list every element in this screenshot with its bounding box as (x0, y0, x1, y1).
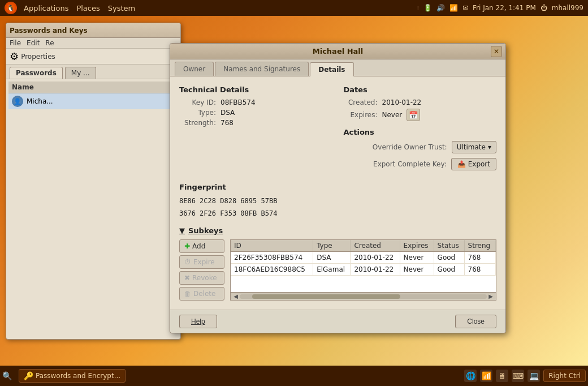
actions-title: Actions (344, 128, 497, 136)
help-button[interactable]: Help (179, 315, 217, 328)
key-properties-dialog: Michael Hall ✕ Owner Names and Signature… (170, 43, 506, 333)
strength-value: 768 (220, 119, 234, 127)
vm-icon: 💻 (528, 370, 540, 382)
strength-row: Strength: 768 (179, 119, 332, 127)
menu-system[interactable]: System (105, 3, 139, 14)
col-created: Created (351, 240, 400, 252)
fingerprint-line2: 3676 2F26 F353 08FB B574 (179, 208, 496, 218)
scrollbar-track[interactable] (240, 294, 487, 299)
network-icon: 📶 (449, 4, 458, 12)
subkeys-title: Subkeys (188, 226, 223, 235)
taskbar-search: 🔍 (2, 371, 12, 380)
menu-applications[interactable]: Applications (20, 3, 72, 14)
key-id-value: 08FBB574 (220, 98, 256, 106)
app-launcher: 🐧 Applications Places System (5, 2, 139, 14)
close-icon[interactable]: ✕ (491, 46, 502, 57)
cell-id-2: 18FC6AED16C988C5 (231, 264, 313, 276)
seahorse-content: Name 👤 Micha... (6, 79, 180, 111)
dates-title: Dates (344, 85, 497, 94)
cell-created-1: 2010-01-22 (351, 252, 400, 264)
trust-value: Ultimate (457, 143, 486, 151)
dialog-tab-bar: Owner Names and Signatures Details (170, 59, 505, 76)
file-menu[interactable]: File (10, 39, 21, 47)
dialog-body: Technical Details Key ID: 08FBB574 Type:… (170, 76, 505, 310)
add-subkey-button[interactable]: ✚ Add (179, 239, 224, 253)
taskbar-app-button[interactable]: 🔑 Passwords and Encrypt... (19, 369, 126, 383)
trust-dropdown[interactable]: Ultimate ▾ (452, 141, 496, 153)
cell-id-1: 2F26F35308FBB574 (231, 252, 313, 264)
cell-strength-1: 768 (464, 252, 495, 264)
subkeys-layout: ✚ Add ⏱ Expire ✖ Revoke 🗑 Delete (179, 239, 496, 301)
menu-places[interactable]: Places (73, 3, 103, 14)
datetime: Fri Jan 22, 1:41 PM (473, 4, 536, 12)
cell-status-1: Good (434, 252, 464, 264)
add-label: Add (192, 242, 205, 250)
tab-owner[interactable]: Owner (175, 62, 214, 76)
close-button[interactable]: Close (455, 315, 496, 328)
power-icon: ⏻ (541, 4, 547, 12)
edit-menu[interactable]: Edit (27, 39, 40, 47)
taskbar-app-label: Passwords and Encrypt... (36, 372, 120, 380)
seahorse-titlebar: Passwords and Keys (6, 23, 180, 38)
expire-icon: ⏱ (184, 258, 191, 266)
export-icon: 📤 (457, 160, 466, 168)
dialog-titlebar: Michael Hall ✕ (170, 44, 505, 59)
trust-label: Override Owner Trust: (344, 143, 447, 151)
chevron-down-icon: ▾ (488, 143, 491, 151)
seahorse-toolbar: ⚙ Properties (6, 49, 180, 65)
top-section: Technical Details Key ID: 08FBB574 Type:… (179, 85, 496, 175)
col-expires: Expires (400, 240, 434, 252)
right-ctrl-btn[interactable]: Right Ctrl (543, 370, 586, 382)
cell-strength-2: 768 (464, 264, 495, 276)
scroll-right-arrow[interactable]: ▶ (487, 293, 495, 301)
export-label-text: Export (468, 160, 490, 168)
mail-icon: ✉ (462, 4, 468, 12)
seahorse-tabs: Passwords My ... (6, 65, 180, 79)
type-row: Type: DSA (179, 109, 332, 117)
tab-my[interactable]: My ... (65, 67, 96, 79)
delete-subkey-button[interactable]: 🗑 Delete (179, 287, 224, 301)
scrollbar-thumb[interactable] (252, 294, 400, 299)
expires-value: Never (382, 111, 403, 119)
technical-details-section: Technical Details Key ID: 08FBB574 Type:… (179, 85, 332, 175)
delete-label: Delete (193, 290, 215, 298)
taskbar: 🔍 🔑 Passwords and Encrypt... 🌐 📶 🖥 ⌨ 💻 R… (0, 366, 588, 386)
help-label: Help (191, 318, 205, 325)
subkeys-table-container: ID Type Created Expires Status Streng (230, 239, 496, 301)
username: mhall999 (552, 4, 583, 12)
horizontal-scrollbar[interactable]: ◀ ▶ (231, 292, 496, 300)
subkeys-table-wrap: ID Type Created Expires Status Streng (231, 240, 496, 292)
key-id-row: Key ID: 08FBB574 (179, 98, 332, 106)
tab-details[interactable]: Details (310, 62, 353, 76)
revoke-icon: ✖ (184, 274, 190, 282)
revoke-subkey-button[interactable]: ✖ Revoke (179, 271, 224, 285)
delete-icon: 🗑 (184, 290, 191, 298)
table-row[interactable]: 2F26F35308FBB574 DSA 2010-01-22 Never Go… (231, 252, 496, 264)
export-button[interactable]: 📤 Export (451, 158, 496, 170)
scroll-left-arrow[interactable]: ◀ (232, 293, 240, 301)
trust-row: Override Owner Trust: Ultimate ▾ (344, 141, 497, 153)
re-menu[interactable]: Re (45, 39, 54, 47)
list-item[interactable]: 👤 Micha... (8, 93, 178, 109)
key-id-label: Key ID: (179, 98, 216, 106)
seahorse-menu: Passwords File Edit Re (6, 38, 180, 49)
fingerprint-line1: 8E86 2C28 D828 6895 57BB (179, 196, 496, 206)
strength-label: Strength: (179, 119, 216, 127)
top-bar-right: ⁞ 🔋 🔊 📶 ✉ Fri Jan 22, 1:41 PM ⏻ mhall999 (417, 4, 583, 12)
table-row[interactable]: 18FC6AED16C988C5 ElGamal 2010-01-22 Neve… (231, 264, 496, 276)
col-status: Status (434, 240, 464, 252)
calendar-icon[interactable]: 📅 (407, 109, 420, 121)
expire-subkey-button[interactable]: ⏱ Expire (179, 255, 224, 269)
dates-actions-section: Dates Created: 2010-01-22 Expires: Never… (344, 85, 497, 175)
list-column-name: Name (8, 82, 178, 93)
tab-passwords[interactable]: Passwords (10, 67, 63, 79)
person-icon: 👤 (12, 96, 23, 107)
tab-names-signatures[interactable]: Names and Signatures (215, 62, 309, 76)
revoke-label: Revoke (192, 274, 217, 282)
plus-icon: ✚ (184, 242, 190, 250)
ubuntu-logo: 🐧 (5, 2, 17, 14)
col-strength: Streng (464, 240, 495, 252)
created-value: 2010-01-22 (382, 98, 422, 106)
volume-icon: 🔊 (436, 4, 445, 12)
subkeys-table: ID Type Created Expires Status Streng (231, 240, 496, 276)
